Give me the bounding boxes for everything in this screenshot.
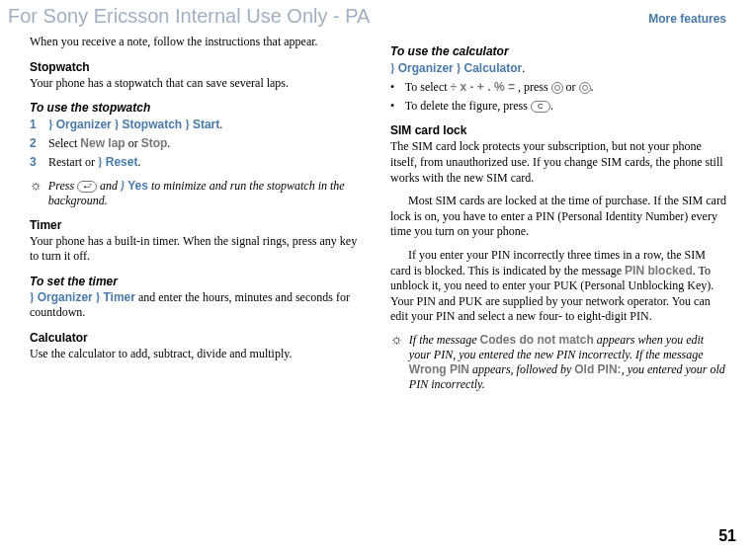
step-number: 1 [30,117,45,133]
sim-paragraph-1: The SIM card lock protects your subscrip… [390,139,726,186]
back-key-icon: ⮐ [77,181,97,193]
right-column: To use the calculator } Organizer } Calc… [390,35,726,400]
page-content: When you receive a note, follow the inst… [30,35,726,400]
arrow-icon: } [185,118,193,131]
stopwatch-heading: Stopwatch [30,60,366,74]
menu-organizer: Organizer [56,118,112,131]
lightbulb-icon: ☼ [390,333,403,392]
old-pin-text: Old PIN: [574,362,621,376]
calc-operators: ÷ x - + . % = [451,80,515,94]
use-calculator-heading: To use the calculator [390,44,726,58]
calculator-heading: Calculator [30,331,366,345]
watermark-text: For Sony Ericsson Internal Use Only - PA [8,5,370,28]
option-yes: Yes [127,179,148,193]
set-timer-heading: To set the timer [30,275,366,288]
tip-pin: ☼ If the message Codes do not match appe… [390,333,726,392]
menu-calculator: Calculator [463,61,522,75]
c-key-icon: C [531,101,550,113]
nav-left-icon [551,82,563,94]
menu-reset: Reset [106,155,138,169]
tip-stopwatch: ☼ Press ⮐ and } Yes to minimize and run … [30,179,366,208]
timer-text: Your phone has a built-in timer. When th… [30,234,366,265]
step-text: Restart or [48,155,98,169]
page-number: 51 [718,527,736,545]
option-new-lap: New lap [80,136,125,150]
timer-heading: Timer [30,218,366,232]
menu-timer: Timer [103,290,134,304]
stopwatch-text: Your phone has a stopwatch that can save… [30,76,366,92]
menu-organizer: Organizer [398,61,454,75]
sim-paragraph-2: Most SIM cards are locked at the time of… [390,194,726,240]
tip-text: If the message Codes do not match appear… [409,333,726,392]
arrow-icon: } [48,118,53,131]
sim-heading: SIM card lock [390,123,726,137]
arrow-icon: } [98,155,106,169]
set-timer-instruction: } Organizer } Timer and enter the hours,… [30,290,366,321]
menu-stopwatch: Stopwatch [122,118,182,131]
step-3: 3 Restart or } Reset. [30,154,366,171]
sim-paragraph-3: If you enter your PIN incorrectly three … [390,248,726,325]
arrow-icon: } [390,61,398,75]
calc-select: • To select ÷ x - + . % = , press or . [390,79,726,96]
section-header-link: More features [648,12,726,26]
calc-nav: } Organizer } Calculator. [390,60,726,77]
left-column: When you receive a note, follow the inst… [30,35,366,400]
nav-right-icon [579,82,591,94]
calc-delete: • To delete the figure, press C. [390,98,726,115]
arrow-icon: } [30,290,38,304]
step-1: 1 } Organizer } Stopwatch } Start. [30,117,366,133]
menu-start: Start [193,118,219,131]
wrong-pin-text: Wrong PIN [409,362,469,376]
step-number: 2 [30,135,45,152]
step-2: 2 Select New lap or Stop. [30,135,366,152]
menu-organizer: Organizer [38,290,93,304]
use-stopwatch-heading: To use the stopwatch [30,101,366,115]
pin-blocked-text: PIN blocked [625,264,693,278]
lightbulb-icon: ☼ [30,179,42,208]
intro-paragraph: When you receive a note, follow the inst… [30,35,366,50]
option-stop: Stop [141,136,168,150]
tip-text: Press ⮐ and } Yes to minimize and run th… [48,179,366,208]
codes-match-text: Codes do not match [480,333,594,347]
calculator-text: Use the calculator to add, subtract, div… [30,347,366,362]
step-text: or [128,136,141,150]
step-number: 3 [30,154,45,171]
step-text: Select [48,136,80,150]
